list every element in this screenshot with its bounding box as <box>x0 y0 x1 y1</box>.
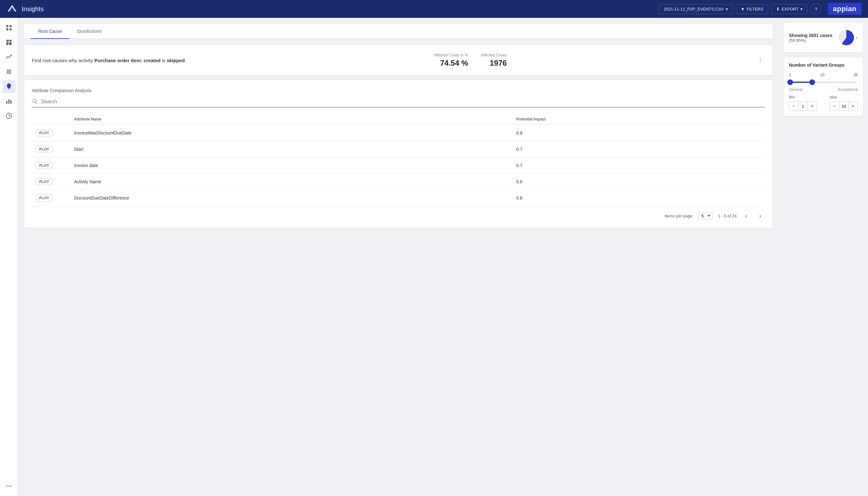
download-icon: ⬇ <box>776 7 780 12</box>
sidebar-item-more[interactable] <box>2 479 16 493</box>
prev-page-button[interactable]: ‹ <box>742 211 751 220</box>
cases-card: Showing 2651 cases (59.95%) › <box>784 23 863 52</box>
items-per-page-select[interactable]: 5 10 25 <box>698 212 713 220</box>
help-button[interactable]: ? <box>811 3 821 14</box>
svg-point-17 <box>8 485 10 487</box>
min-decrement-button[interactable]: − <box>789 102 798 111</box>
sidebar-item-dashboard[interactable] <box>2 36 16 49</box>
chevron-down-icon: ▾ <box>726 7 728 12</box>
attribute-name-cell: DiscountDueDateDifference <box>70 190 513 206</box>
root-cause-content: Find root causes why activity Purchase o… <box>32 53 765 67</box>
tab-distributions[interactable]: Distributions <box>70 24 109 39</box>
slider-fill <box>790 82 812 83</box>
svg-rect-6 <box>6 42 8 45</box>
more-options-button[interactable]: ⋮ <box>756 56 765 65</box>
sidebar-item-clock[interactable] <box>2 109 16 122</box>
slider-range-labels: General Exceptional <box>789 87 858 92</box>
affected-pct-group: Affected Cases in % 74.54 % <box>434 53 468 67</box>
svg-point-18 <box>10 485 12 487</box>
variant-groups-title: Number of Variant Groups <box>789 62 858 67</box>
col-potential-impact: Potential Impact <box>513 114 765 125</box>
plot-button[interactable]: PLOT <box>36 129 52 136</box>
svg-rect-7 <box>9 42 12 45</box>
cases-nav-button[interactable]: › <box>856 34 858 41</box>
affected-pct-value: 74.54 % <box>434 59 468 67</box>
search-container <box>32 98 765 107</box>
root-cause-card: Find root causes why activity Purchase o… <box>24 45 772 75</box>
slider-min-max-labels: 1 10 36 <box>789 73 858 77</box>
analysis-title: Attribute Comparison Analysis <box>32 88 765 93</box>
root-cause-description: Find root causes why activity Purchase o… <box>32 58 185 63</box>
plot-button[interactable]: PLOT <box>36 195 52 201</box>
search-input[interactable] <box>41 99 765 105</box>
slider-mid-label: 10 <box>820 73 824 77</box>
pagination: Items per page: 5 10 25 1 - 5 of 24 ‹ › <box>32 211 765 220</box>
table-row: PLOT Invoice date 0.7 <box>32 157 765 174</box>
svg-rect-2 <box>6 28 8 30</box>
file-selector-button[interactable]: 2021-11-11_P2P_EVENTS.CSV ▾ <box>659 4 733 14</box>
table-row: PLOT Activity Name 0.6 <box>32 174 765 190</box>
export-button[interactable]: ⬇ EXPORT ▾ <box>771 4 807 14</box>
status-text: skipped <box>167 58 185 63</box>
slider-thumb-left[interactable] <box>787 79 793 85</box>
sidebar-item-processes[interactable] <box>2 21 16 34</box>
cases-text: Showing 2651 cases <box>789 33 837 38</box>
search-icon <box>32 98 37 105</box>
potential-impact-cell: 0.6 <box>513 190 765 206</box>
table-row: PLOT InvoiceMaxDiscountDueDate 0.8 <box>32 125 765 141</box>
num-inputs-row: Min − + Max − + <box>789 95 858 111</box>
col-attribute-name: Attribute Name <box>70 114 513 125</box>
min-value-input[interactable] <box>798 102 808 111</box>
cases-subtext: (59.95%) <box>789 38 837 43</box>
svg-point-16 <box>6 485 7 487</box>
attribute-name-cell: Start <box>70 141 513 157</box>
sidebar-item-insights[interactable] <box>2 80 16 93</box>
sidebar-item-list[interactable] <box>2 65 16 78</box>
plot-button[interactable]: PLOT <box>36 162 52 169</box>
min-increment-button[interactable]: + <box>808 102 817 111</box>
slider-min-label: 1 <box>789 73 791 77</box>
next-page-button[interactable]: › <box>756 211 765 220</box>
topnav: Insights 2021-11-11_P2P_EVENTS.CSV ▾ ▼ F… <box>0 0 868 18</box>
svg-rect-13 <box>8 99 10 104</box>
sidebar-item-trend[interactable] <box>2 50 16 64</box>
text-middle: is <box>161 58 167 63</box>
svg-rect-3 <box>9 28 11 30</box>
col-action <box>32 114 70 125</box>
max-increment-button[interactable]: + <box>849 102 857 111</box>
filter-icon: ▼ <box>741 7 745 12</box>
svg-rect-14 <box>10 100 12 104</box>
plot-button[interactable]: PLOT <box>36 178 52 185</box>
appian-logo: appian <box>828 3 862 15</box>
svg-rect-1 <box>9 25 11 27</box>
tabs-container: Root Cause Distributions <box>24 24 772 39</box>
max-decrement-button[interactable]: − <box>830 102 839 111</box>
cases-pie-chart <box>837 28 856 47</box>
attribute-name-cell: InvoiceMaxDiscountDueDate <box>70 125 513 141</box>
max-value-input[interactable] <box>839 102 849 111</box>
potential-impact-cell: 0.7 <box>513 141 765 157</box>
attribute-table: Attribute Name Potential Impact PLOT Inv… <box>32 114 765 206</box>
logo-icon <box>6 3 18 15</box>
affected-cases-group: Affected Cases 1976 <box>481 53 507 67</box>
content-area: Root Cause Distributions Find root cause… <box>18 18 868 496</box>
items-per-page-label: Items per page: <box>665 214 693 218</box>
activity-name: Purchase order item: created <box>94 58 161 63</box>
svg-rect-0 <box>6 25 8 27</box>
potential-impact-cell: 0.7 <box>513 157 765 174</box>
min-input-wrap: Min − + <box>789 95 817 111</box>
export-chevron-icon: ▾ <box>801 7 803 12</box>
sidebar-item-chart[interactable] <box>2 94 16 108</box>
svg-rect-5 <box>9 40 11 42</box>
tab-root-cause[interactable]: Root Cause <box>31 24 70 39</box>
slider-thumb-right[interactable] <box>809 79 815 85</box>
max-label: Max <box>830 95 858 99</box>
filters-label: FILTERS <box>746 7 763 12</box>
potential-impact-cell: 0.6 <box>513 174 765 190</box>
plot-button[interactable]: PLOT <box>36 146 52 153</box>
svg-rect-4 <box>6 40 9 42</box>
filters-button[interactable]: ▼ FILTERS <box>736 4 768 14</box>
min-label: Min <box>789 95 817 99</box>
slider-container <box>789 82 858 83</box>
slider-track <box>790 82 856 83</box>
